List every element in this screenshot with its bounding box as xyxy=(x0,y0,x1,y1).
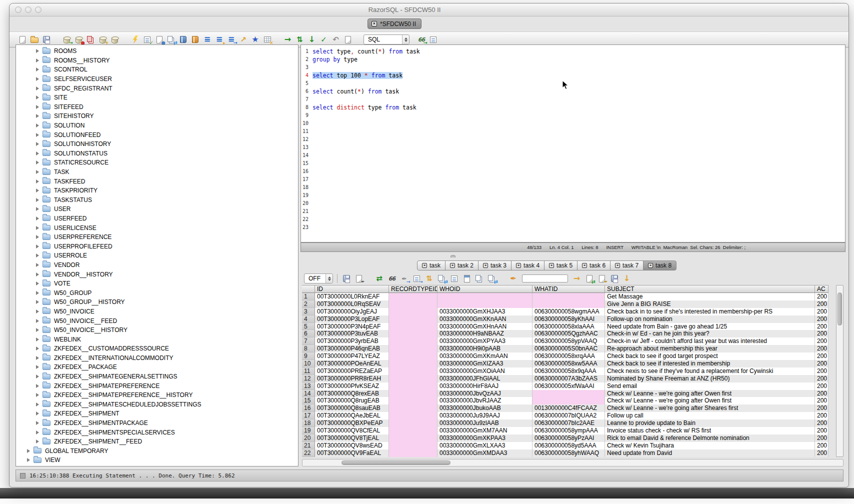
disclosure-triangle-icon[interactable] xyxy=(36,114,39,118)
table-row[interactable]: 1900T3000000QV8CfEAL0033000000GmXM7AAN00… xyxy=(302,427,836,434)
table-cell[interactable]: 006300000058x9qAAA xyxy=(532,368,605,375)
tree-item-zkfedex__shipment__feed[interactable]: ZKFEDEX__SHIPMENT__FEED xyxy=(16,437,298,446)
close-tab-icon[interactable]: × xyxy=(422,263,427,268)
refresh-schema-icon[interactable]: ⇄ xyxy=(166,35,176,44)
close-tab-icon[interactable]: × xyxy=(582,263,587,268)
table-cell[interactable] xyxy=(389,293,438,300)
row-number-cell[interactable]: 8 xyxy=(302,345,315,352)
editor-line[interactable] xyxy=(312,152,420,160)
row-limit-select[interactable]: OFF xyxy=(304,274,333,284)
tree-item-weblink[interactable]: WEBLINK xyxy=(16,334,298,344)
tree-item-taskpriority[interactable]: TASKPRIORITY xyxy=(16,186,298,196)
table-cell[interactable]: 0013000000C4fFCAAZ xyxy=(532,404,605,412)
editor-line[interactable] xyxy=(312,160,420,168)
results-table-header[interactable]: IDRECORDTYPEIDWHOIDWHATIDSUBJECTAC xyxy=(302,285,836,293)
disclosure-triangle-icon[interactable] xyxy=(36,226,39,230)
sql-mode-stepper-icon[interactable] xyxy=(402,35,409,44)
result-tab-task-7[interactable]: ×task 7 xyxy=(610,260,644,270)
table-cell[interactable]: 00T3000000P3N4pEAF xyxy=(315,323,389,330)
row-number-cell[interactable]: 10 xyxy=(302,360,315,368)
table-row[interactable]: 700T3000000P3yrbEAB0033000000GmXPYAA3006… xyxy=(302,338,836,345)
table-cell[interactable]: 00T3000000P46qnEAB xyxy=(315,345,389,352)
table-cell[interactable]: 00T3000000QV8wsEAD xyxy=(315,442,389,450)
table-cell[interactable]: 200 xyxy=(815,300,828,308)
table-cell[interactable]: 200 xyxy=(815,382,828,390)
table-cell[interactable]: 200 xyxy=(815,368,828,375)
table-cell[interactable]: 200 xyxy=(815,450,828,457)
table-cell[interactable]: 200 xyxy=(815,323,828,330)
table-cell[interactable]: 200 xyxy=(815,420,828,427)
table-row[interactable]: 2200T3000000QV9FaEAL0033000000GmXMDAA300… xyxy=(302,450,836,457)
table-cell[interactable]: Check w/ Kevin Tsujihara xyxy=(605,442,815,450)
table-cell[interactable]: 0033000000GmXOiAAN xyxy=(438,368,532,375)
disclosure-triangle-icon[interactable] xyxy=(36,68,39,72)
go-forward-icon[interactable]: → xyxy=(283,35,292,44)
highlight-pen-icon[interactable]: ✒ xyxy=(508,274,518,283)
new-connection-icon[interactable]: + xyxy=(98,35,108,44)
tree-item-zkfedex__shipmentpackage[interactable]: ZKFEDEX__SHIPMENTPACKAGE xyxy=(16,418,298,428)
hscroll-thumb[interactable] xyxy=(342,460,450,465)
disclosure-triangle-icon[interactable] xyxy=(36,216,39,220)
tree-item-selfserviceuser[interactable]: SELFSERVICEUSER xyxy=(16,74,298,84)
table-cell[interactable]: Follow-up on nomination xyxy=(605,316,815,323)
editor-line[interactable] xyxy=(312,200,420,208)
disclosure-triangle-icon[interactable] xyxy=(36,356,39,360)
table-row[interactable]: 1100T3000000PREZaEAP0033000000GmXOiAAN00… xyxy=(302,368,836,375)
table-cell[interactable]: 00T3000000Q8sauEAB xyxy=(315,404,389,412)
tree-item-sfdc_registrant[interactable]: SFDC_REGISTRANT xyxy=(16,84,298,93)
tree-item-user[interactable]: USER xyxy=(16,204,298,214)
column-header-WHATID[interactable]: WHATID xyxy=(532,285,605,293)
row-number-cell[interactable]: 3 xyxy=(302,308,315,316)
tree-item-taskstatus[interactable]: TASKSTATUS xyxy=(16,196,298,205)
tree-item-taskfeed[interactable]: TASKFEED xyxy=(16,176,298,186)
disclosure-triangle-icon[interactable] xyxy=(36,207,39,211)
table-cell[interactable]: Nominated by Shane Freeman at ANZ (HR50) xyxy=(605,375,815,382)
column-header-SUBJECT[interactable]: SUBJECT xyxy=(605,285,815,293)
table-cell[interactable]: 200 xyxy=(815,338,828,345)
table-cell[interactable]: 006300000058xlaAAA xyxy=(532,323,605,330)
editor-line[interactable] xyxy=(312,208,420,216)
table-cell[interactable] xyxy=(389,316,438,323)
table-cell[interactable]: 200 xyxy=(815,360,828,368)
editor-line[interactable] xyxy=(312,80,420,88)
table-cell[interactable]: 200 xyxy=(815,316,828,323)
execute-sql-icon[interactable] xyxy=(130,35,140,44)
minimize-window-button[interactable] xyxy=(25,6,32,13)
table-cell[interactable]: Check back to see if good target prospec… xyxy=(605,352,815,360)
table-row[interactable]: 1800T3000000QBXPeEAP0033000000Ju9zlAAB00… xyxy=(302,420,836,427)
disclosure-triangle-icon[interactable] xyxy=(36,142,39,146)
table-cell[interactable] xyxy=(389,368,438,375)
copy-rows-icon[interactable] xyxy=(474,274,484,283)
table-cell[interactable]: 006300000058ypVAAQ xyxy=(532,338,605,345)
new-file-icon[interactable] xyxy=(18,35,27,44)
disclosure-triangle-icon[interactable] xyxy=(36,291,39,295)
tree-item-staticresource[interactable]: STATICRESOURCE xyxy=(16,158,298,168)
table-cell[interactable] xyxy=(389,330,438,338)
disclosure-triangle-icon[interactable] xyxy=(36,338,39,342)
table-row[interactable]: 2000T3000000QV8TjEAL0033000000GmXKPAA300… xyxy=(302,434,836,442)
disclosure-triangle-icon[interactable] xyxy=(36,124,39,128)
table-cell[interactable]: Rick to email David & reference Delmonte… xyxy=(605,434,815,442)
disclosure-triangle-icon[interactable] xyxy=(36,310,39,314)
copy-with-headers-icon[interactable]: ⇄ xyxy=(437,274,446,283)
column-header-ID[interactable]: ID xyxy=(315,285,389,293)
table-cell[interactable]: Check-in w/ Jeff - couldn't afford last … xyxy=(605,338,815,345)
table-cell[interactable] xyxy=(532,397,605,404)
table-row[interactable]: 1700T3000000QAeJbEAL0033000000Ju9J9AAJ00… xyxy=(302,412,836,420)
table-cell[interactable]: 006300000058xrqAAA xyxy=(532,352,605,360)
close-tab-icon[interactable]: × xyxy=(549,263,554,268)
select-columns-icon[interactable] xyxy=(450,274,459,283)
table-cell[interactable]: 006300000058yd5AAA xyxy=(532,442,605,450)
commit-icon[interactable]: ✓ xyxy=(319,35,328,44)
tree-item-w50_invoice__history[interactable]: W50_INVOICE__HISTORY xyxy=(16,326,298,335)
tree-item-zkfedex__shipmatepreference[interactable]: ZKFEDEX__SHIPMATEPREFERENCE xyxy=(16,381,298,390)
table-cell[interactable]: Check w/ Leanne - we're going after Shea… xyxy=(605,404,815,412)
tree-item-zkfedex__internationalcommodity[interactable]: ZKFEDEX__INTERNATIONALCOMMODITY xyxy=(16,354,298,363)
result-tab-task[interactable]: ×task xyxy=(417,260,446,270)
row-number-cell[interactable]: 21 xyxy=(302,442,315,450)
disclosure-triangle-icon[interactable] xyxy=(27,449,30,453)
table-cell[interactable]: 00T3000000QV9FaEAL xyxy=(315,450,389,457)
table-cell[interactable] xyxy=(389,442,438,450)
table-cell[interactable] xyxy=(532,293,605,300)
table-cell[interactable] xyxy=(532,300,605,308)
